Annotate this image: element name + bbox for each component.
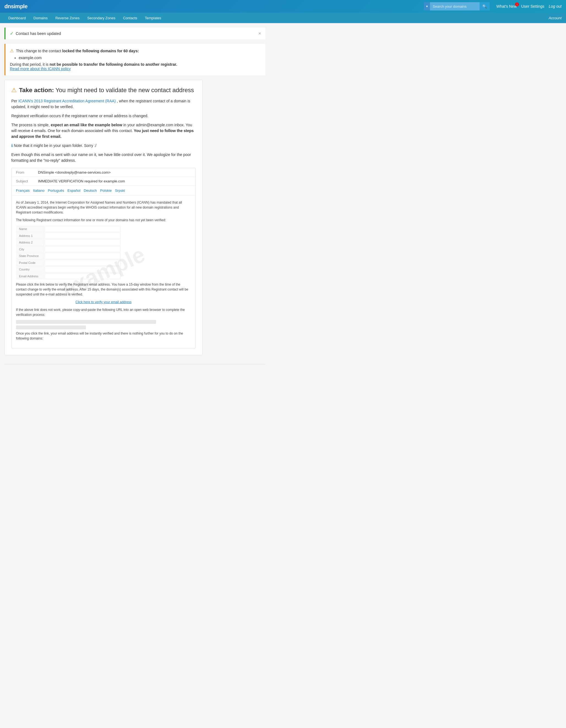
email-field-row: Postal Code	[17, 260, 121, 266]
whats-new-link[interactable]: What's New 1	[496, 4, 517, 9]
main-content: ✓ Contact has been updated × ⚠ This chan…	[0, 23, 270, 369]
whats-new-badge: 1	[515, 2, 519, 6]
action-note-text: Note that it might be in your spam folde…	[14, 143, 96, 148]
email-field-row: Email Address	[17, 273, 121, 280]
icann-policy-link[interactable]: Read more about this ICANN policy	[10, 67, 71, 71]
email-field-value	[45, 246, 121, 253]
url-placeholder-bar	[16, 320, 156, 324]
action-title: ⚠ Take action: You might need to validat…	[11, 87, 196, 94]
email-subject-row: Subject IMMEDIATE VERIFICATION required …	[12, 177, 195, 186]
email-field-row: Country	[17, 266, 121, 273]
email-field-label: Postal Code	[17, 260, 44, 266]
nav-domains[interactable]: Domains	[30, 13, 51, 23]
action-title-rest: You might need to validate the new conta…	[55, 87, 194, 94]
email-field-label: Country	[17, 266, 44, 273]
search-submit-button[interactable]: 🔍	[480, 2, 490, 10]
email-body-para2: The following Registrant contact informa…	[16, 218, 191, 223]
lang-it[interactable]: Italiano	[33, 188, 45, 193]
warning-icon: ⚠	[10, 48, 14, 53]
email-body: example As of January 1, 2014, the Inter…	[12, 196, 195, 348]
email-field-row: State Province	[17, 253, 121, 259]
action-title-prefix: Take action:	[19, 87, 54, 94]
email-example-box: From DNSimple <donotreply@name-services.…	[11, 168, 196, 348]
action-para3: The process is simple, expect an email l…	[11, 122, 196, 139]
lang-sr[interactable]: Srpski	[115, 188, 125, 193]
email-field-row: City	[17, 246, 121, 253]
info-icon: ℹ	[11, 143, 13, 148]
lang-fr[interactable]: Français	[16, 188, 30, 193]
action-section: ⚠ Take action: You might need to validat…	[4, 80, 202, 355]
email-field-value	[45, 233, 121, 239]
nav-templates[interactable]: Templates	[141, 13, 165, 23]
nav-contacts[interactable]: Contacts	[119, 13, 141, 23]
warning-box: ⚠ This change to the contact locked the …	[4, 44, 265, 75]
email-from-row: From DNSimple <donotreply@name-services.…	[12, 168, 195, 177]
email-contact-fields-table: NameAddress 1Address 2CityState Province…	[16, 225, 121, 280]
warning-intro-text: This change to the contact locked the fo…	[16, 49, 139, 53]
email-field-value	[45, 266, 121, 273]
action-warning-icon: ⚠	[11, 87, 17, 94]
warning-period-text: During that period, it is not be possibl…	[10, 62, 261, 67]
lang-es[interactable]: Español	[67, 188, 80, 193]
search-input[interactable]	[430, 2, 480, 10]
raa-link[interactable]: ICANN's 2013 Registrant Accreditation Ag…	[18, 99, 116, 103]
action-note: ℹ Note that it might be in your spam fol…	[11, 143, 196, 149]
email-field-row: Address 1	[17, 233, 121, 239]
email-field-label: Address 1	[17, 233, 44, 239]
email-subject-label: Subject	[16, 179, 38, 183]
verify-email-link[interactable]: Click here to verify your email address	[16, 300, 191, 305]
email-from-label: From	[16, 170, 38, 174]
email-field-label: City	[17, 246, 44, 253]
lang-de[interactable]: Deutsch	[84, 188, 97, 193]
email-field-value	[45, 273, 121, 280]
page-footer-divider	[4, 364, 265, 364]
email-body-para1: As of January 1, 2014, the Internet Corp…	[16, 200, 191, 215]
nav-account[interactable]: Account	[549, 16, 562, 20]
action-para5: Even though this email is sent with our …	[11, 152, 196, 163]
nav-reverse-zones[interactable]: Reverse Zones	[51, 13, 83, 23]
email-language-bar: Français Italiano Português Español Deut…	[12, 186, 195, 196]
success-banner: ✓ Contact has been updated ×	[4, 28, 265, 39]
success-message-left: ✓ Contact has been updated	[10, 31, 61, 36]
email-field-row: Address 2	[17, 239, 121, 246]
warning-title-row: ⚠ This change to the contact locked the …	[10, 48, 261, 53]
checkmark-icon: ✓	[10, 31, 13, 36]
locked-domains-list: example.com	[19, 56, 261, 60]
action-para1: Per ICANN's 2013 Registrant Accreditatio…	[11, 98, 196, 110]
email-field-row: Name	[17, 226, 121, 232]
nav-dashboard[interactable]: Dashboard	[4, 13, 30, 23]
email-field-label: State Province	[17, 253, 44, 259]
email-body-para5: Once you click the link, your email addr…	[16, 331, 191, 341]
email-field-value	[45, 226, 121, 232]
logout-link[interactable]: Log out	[549, 4, 562, 9]
success-message-text: Contact has been updated	[16, 31, 61, 36]
email-field-label: Name	[17, 226, 44, 232]
email-from-value: DNSimple <donotreply@name-services.com>	[38, 170, 111, 174]
brand-logo: dnsimple	[4, 3, 28, 10]
search-wrapper: ▾ 🔍	[424, 2, 490, 10]
email-body-para4: If the above link does not work, please …	[16, 307, 191, 317]
search-dropdown-button[interactable]: ▾	[424, 2, 430, 10]
action-para2: Registrant verification occurs if the re…	[11, 113, 196, 119]
url-placeholder-bar-short	[16, 325, 86, 329]
warning-bold-text: locked the following domains for 60 days…	[62, 49, 139, 53]
sub-navigation: Dashboard Domains Reverse Zones Secondar…	[0, 13, 566, 23]
warning-period-bold: not be possible to transfer the followin…	[50, 62, 177, 67]
email-body-para3: Please click the link below to verify th…	[16, 282, 191, 297]
email-field-value	[45, 253, 121, 259]
nav-secondary-zones[interactable]: Secondary Zones	[83, 13, 119, 23]
top-navigation: dnsimple ▾ 🔍 What's New 1 User Settings …	[0, 0, 566, 13]
email-subject-value: IMMEDIATE VERIFICATION required for exam…	[38, 179, 125, 183]
close-banner-button[interactable]: ×	[258, 31, 261, 36]
user-settings-link[interactable]: User Settings	[521, 4, 544, 9]
email-field-value	[45, 239, 121, 246]
lang-pl[interactable]: Polskie	[100, 188, 112, 193]
email-field-value	[45, 260, 121, 266]
email-field-label: Email Address	[17, 273, 44, 280]
action-para3-bold1: expect an email like the example below	[51, 123, 122, 127]
top-nav-links: What's New 1 User Settings Log out	[496, 4, 562, 9]
lang-pt[interactable]: Português	[48, 188, 64, 193]
email-field-label: Address 2	[17, 239, 44, 246]
locked-domain-item: example.com	[19, 56, 261, 60]
